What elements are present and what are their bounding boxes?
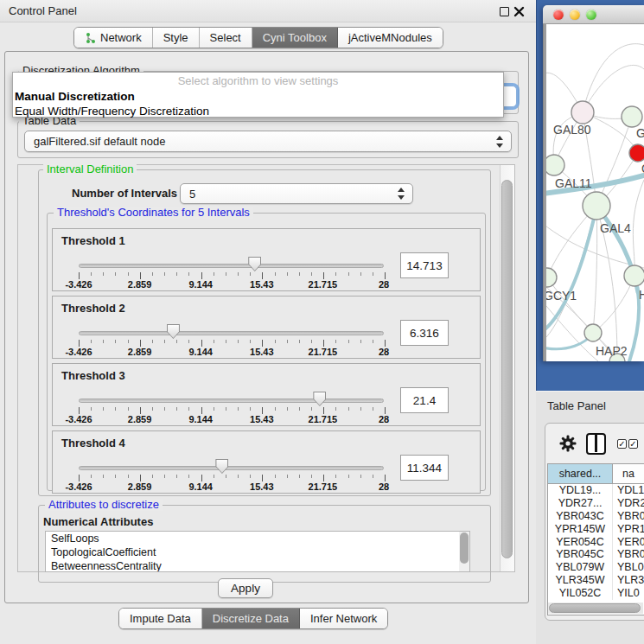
settings-scrollbar-thumb[interactable] <box>501 180 513 558</box>
threshold-label: Threshold 1 <box>61 234 125 247</box>
tab-network[interactable]: Network <box>74 28 153 48</box>
table-row[interactable]: YDR27...YDR2 <box>548 497 644 510</box>
cell-name: YBR0 <box>613 510 644 523</box>
attributes-scrollbar[interactable] <box>459 532 469 571</box>
cell-shared-name: YDL19... <box>548 484 613 497</box>
threshold-label: Threshold 2 <box>61 302 125 315</box>
node-attribute-table: shared... na YDL19...YDL1YDR27...YDR2YBR… <box>547 463 644 615</box>
table-row[interactable]: YLR345WYLR3 <box>548 574 644 587</box>
network-node[interactable] <box>546 155 564 175</box>
column-header-shared-name[interactable]: shared... <box>548 464 613 483</box>
table-data-combobox[interactable]: galFiltered.sif default node <box>24 131 512 152</box>
panel-title: Control Panel <box>9 4 77 17</box>
slider-thumb[interactable] <box>167 324 180 339</box>
cell-shared-name: YIL052C <box>548 587 613 600</box>
tick-label: 21.715 <box>309 347 338 357</box>
checkbox-icon[interactable]: ✓ <box>617 439 627 449</box>
column-layout-icon[interactable] <box>586 433 606 455</box>
network-node[interactable] <box>584 324 602 341</box>
cell-name: YBL0 <box>613 561 644 574</box>
tick-label: 2.859 <box>128 279 152 290</box>
threshold-value-field[interactable]: 6.316 <box>400 320 449 346</box>
network-node[interactable] <box>583 192 610 220</box>
tick-label: 2.859 <box>128 481 152 492</box>
threshold-label: Threshold 3 <box>61 369 125 382</box>
threshold-panel: Threshold 3-3.4262.8599.14415.4321.71528… <box>52 363 481 426</box>
table-row[interactable]: YER054CYER0 <box>548 536 644 549</box>
table-row[interactable]: YBR045CYBR0 <box>548 548 644 561</box>
network-canvas[interactable]: GAL80GACGAL11GAL4GCY1HHAP2 <box>546 24 644 361</box>
threshold-value-field[interactable]: 11.344 <box>400 455 449 481</box>
float-window-icon[interactable] <box>500 7 509 16</box>
slider-track[interactable] <box>79 399 384 403</box>
cell-name: YLR3 <box>613 574 644 587</box>
table-hscrollbar-thumb[interactable] <box>549 603 641 613</box>
table-data-value: galFiltered.sif default node <box>34 135 165 148</box>
tab-jactivemnodules[interactable]: jActiveMNodules <box>338 28 443 48</box>
close-traffic-light-icon[interactable] <box>553 10 564 20</box>
tab-label: Network <box>100 31 142 44</box>
table-row[interactable]: YBR043CYBR0 <box>548 510 644 523</box>
tab-select[interactable]: Select <box>200 28 252 48</box>
network-node[interactable] <box>571 101 594 124</box>
table-row[interactable]: YIL052CYIL0 <box>548 587 644 600</box>
tick-label: 21.715 <box>309 279 338 290</box>
tab-discretize-data[interactable]: Discretize Data <box>202 609 300 628</box>
cell-name: YDL1 <box>613 484 644 497</box>
tick-label: -3.426 <box>65 481 92 492</box>
network-node[interactable] <box>629 144 644 162</box>
algorithm-dropdown-popup: Select algorithm to view settings Manual… <box>12 72 504 118</box>
cell-shared-name: YLR345W <box>548 574 613 587</box>
node-label: GAL80 <box>553 123 591 137</box>
network-node[interactable] <box>624 265 644 286</box>
tab-style[interactable]: Style <box>153 28 200 48</box>
checkbox-icon[interactable]: ✓ <box>628 439 638 449</box>
screen: Control Panel Network Style Select Cyni … <box>0 0 644 644</box>
table-row[interactable]: YDL19...YDL1 <box>548 484 644 497</box>
slider-thumb[interactable] <box>248 257 261 271</box>
gear-icon[interactable] <box>559 435 577 452</box>
attribute-item[interactable]: TopologicalCoefficient <box>46 545 469 559</box>
slider-thumb[interactable] <box>313 392 326 406</box>
tab-cyni-toolbox[interactable]: Cyni Toolbox <box>252 28 338 48</box>
attribute-item[interactable]: BetweennessCentrality <box>46 559 469 572</box>
slider-track[interactable] <box>79 331 384 335</box>
number-of-intervals-combobox[interactable]: 5 <box>180 183 413 204</box>
tab-infer-network[interactable]: Infer Network <box>300 609 387 628</box>
close-icon[interactable] <box>513 6 525 17</box>
network-node[interactable] <box>622 106 642 127</box>
node-label: GA <box>636 126 644 140</box>
slider-track[interactable] <box>79 264 384 268</box>
tick-label: 21.715 <box>309 481 338 492</box>
tab-impute-data[interactable]: Impute Data <box>119 609 202 628</box>
tab-label: Style <box>163 31 188 44</box>
number-of-intervals-label: Number of Intervals <box>72 187 177 200</box>
cell-shared-name: YPR145W <box>548 523 613 536</box>
apply-button[interactable]: Apply <box>218 578 273 598</box>
network-icon <box>85 32 96 44</box>
slider-thumb[interactable] <box>215 459 228 474</box>
tick-label: -3.426 <box>65 414 92 424</box>
threshold-value-field[interactable]: 14.713 <box>400 252 449 278</box>
minimize-traffic-light-icon[interactable] <box>570 10 580 20</box>
tab-label: Cyni Toolbox <box>263 31 327 44</box>
column-header-name[interactable]: na <box>613 464 644 483</box>
tick-label: 9.144 <box>188 414 213 424</box>
slider-track[interactable] <box>79 466 384 470</box>
attribute-item[interactable]: SelfLoops <box>46 532 469 545</box>
network-node[interactable] <box>546 268 557 287</box>
attributes-scrollbar-thumb[interactable] <box>460 532 469 564</box>
node-label: GAL4 <box>600 221 631 235</box>
algorithm-option-equal-width[interactable]: Equal Width/Frequency Discretization <box>13 104 503 118</box>
algorithm-hint-option[interactable]: Select algorithm to view settings <box>13 73 503 89</box>
table-row[interactable]: YBL079WYBL0 <box>548 561 644 574</box>
tick-label: 15.43 <box>250 347 274 357</box>
zoom-traffic-light-icon[interactable] <box>586 10 596 20</box>
tab-label: Select <box>210 31 241 44</box>
slider-ruler <box>79 407 386 415</box>
attributes-group-title: Attributes to discretize <box>45 499 163 511</box>
top-tab-bar: Network Style Select Cyni Toolbox jActiv… <box>73 27 443 48</box>
table-row[interactable]: YPR145WYPR1 <box>548 523 644 536</box>
algorithm-option-manual[interactable]: Manual Discretization <box>13 89 503 104</box>
threshold-value-field[interactable]: 21.4 <box>400 387 449 413</box>
